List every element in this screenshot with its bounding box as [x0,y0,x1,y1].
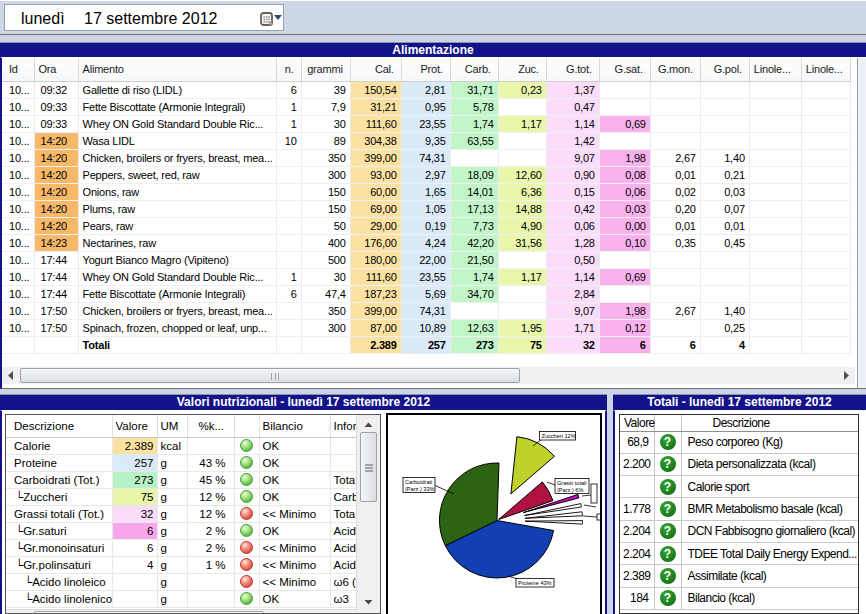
svg-text:Zuccheri 12%: Zuccheri 12% [542,433,576,439]
svg-text:Grassi totali: Grassi totali [557,480,587,486]
svg-text:(Parz.) 33%: (Parz.) 33% [405,486,435,492]
svg-text:Carboidrati: Carboidrati [405,479,432,485]
svg-text:(Parz.) 6%: (Parz.) 6% [557,487,583,493]
svg-text:Proteine 43%: Proteine 43% [518,580,552,586]
